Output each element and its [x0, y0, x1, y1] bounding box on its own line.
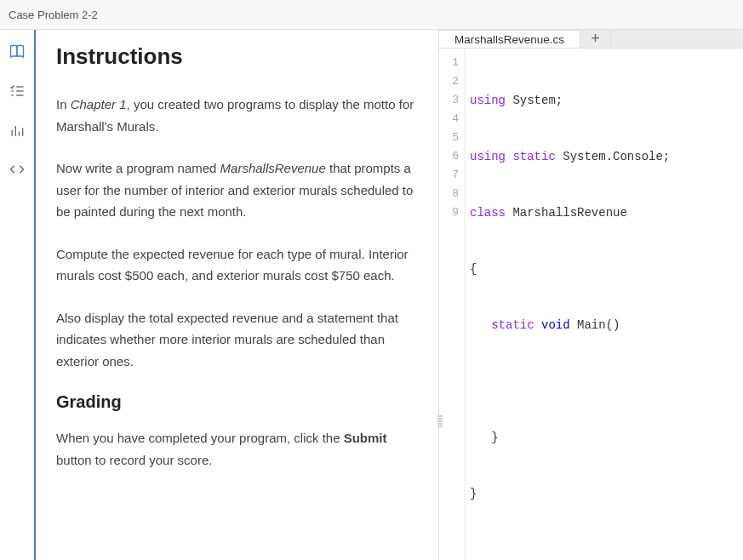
keyword: class	[470, 206, 506, 220]
editor-panel: MarshallsRevenue.cs + 1 2 3 4 5 6 7 8 9 …	[438, 30, 743, 560]
code-text: System.Console;	[556, 150, 670, 163]
grading-heading: Grading	[56, 392, 418, 412]
line-number: 7	[439, 166, 459, 185]
code-icon[interactable]	[7, 159, 27, 180]
line-number: 5	[439, 129, 459, 147]
code-line[interactable]	[470, 372, 743, 391]
sidebar	[0, 30, 34, 560]
line-number: 6	[439, 147, 459, 166]
line-number: 1	[439, 54, 459, 72]
code-text: MarshallsRevenue	[506, 206, 627, 220]
resize-handle[interactable]	[436, 404, 444, 438]
chapter-ref: Chapter 1	[71, 97, 127, 111]
line-gutter: 1 2 3 4 5 6 7 8 9	[439, 49, 465, 560]
keyword: using	[470, 94, 506, 107]
app-header: Case Problem 2-2	[0, 0, 743, 30]
code-lines[interactable]: using System; using static System.Consol…	[465, 49, 743, 560]
instructions-heading: Instructions	[56, 43, 418, 70]
code-text: Main()	[570, 318, 620, 332]
program-name: MarshallsRevenue	[220, 161, 326, 175]
book-icon[interactable]	[7, 42, 27, 62]
main-layout: Instructions In Chapter 1, you created t…	[0, 30, 743, 560]
text: button to record your score.	[56, 453, 212, 467]
instructions-p1: In Chapter 1, you created two programs t…	[56, 94, 418, 137]
code-text: System;	[506, 94, 563, 107]
checklist-icon[interactable]	[7, 81, 27, 101]
indent	[470, 318, 491, 332]
submit-ref: Submit	[344, 431, 387, 445]
content-wrapper: Instructions In Chapter 1, you created t…	[34, 30, 743, 560]
keyword: static	[491, 318, 534, 332]
code-line[interactable]: class MarshallsRevenue	[470, 203, 743, 222]
instructions-p5: When you have completed your program, cl…	[56, 427, 418, 471]
line-number: 4	[439, 110, 459, 129]
keyword: using	[470, 150, 506, 163]
add-tab-button[interactable]: +	[580, 30, 611, 48]
text: In	[56, 97, 71, 111]
code-line[interactable]: {	[470, 260, 743, 278]
code-line[interactable]: }	[470, 484, 743, 503]
keyword: static	[506, 150, 556, 163]
instructions-panel: Instructions In Chapter 1, you created t…	[34, 30, 438, 560]
line-number: 8	[439, 185, 459, 203]
code-line[interactable]: }	[470, 428, 743, 447]
code-line[interactable]: using static System.Console;	[470, 147, 743, 166]
line-number: 3	[439, 91, 459, 110]
text: Now write a program named	[56, 161, 220, 175]
instructions-p3: Compute the expected revenue for each ty…	[56, 243, 418, 287]
line-number: 9	[439, 203, 459, 222]
chart-icon[interactable]	[7, 120, 27, 140]
header-title: Case Problem 2-2	[9, 9, 98, 21]
code-line[interactable]: static void Main()	[470, 316, 743, 334]
code-text: }	[470, 487, 477, 500]
line-number: 2	[439, 72, 459, 91]
instructions-p2: Now write a program named MarshallsReven…	[56, 157, 418, 223]
tab-bar: MarshallsRevenue.cs +	[439, 30, 743, 49]
code-line[interactable]: using System;	[470, 91, 743, 110]
code-text: {	[470, 262, 477, 276]
text: When you have completed your program, cl…	[56, 431, 344, 445]
keyword: void	[534, 318, 570, 332]
code-area[interactable]: 1 2 3 4 5 6 7 8 9 using System; using st…	[439, 49, 743, 560]
code-text: }	[470, 431, 499, 444]
code-line[interactable]	[470, 540, 743, 559]
instructions-p4: Also display the total expected revenue …	[56, 307, 418, 373]
file-tab[interactable]: MarshallsRevenue.cs	[439, 30, 580, 48]
